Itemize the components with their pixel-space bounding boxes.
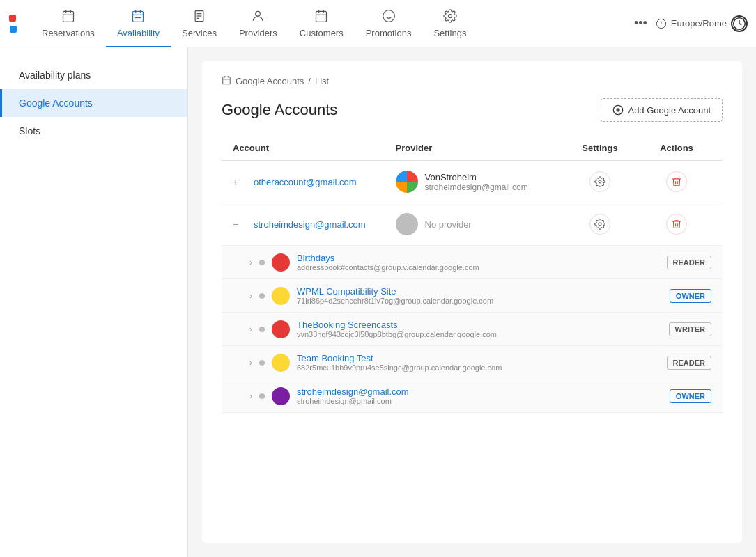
provider-name-1: VonStroheim [425,172,528,182]
sync-dot [259,293,265,299]
breadcrumb-current: List [315,76,329,86]
svg-point-20 [448,14,452,17]
nav-label-availability: Availability [117,28,160,38]
settings-button-1[interactable] [589,171,610,192]
plus-circle-icon [612,104,624,116]
page-header: Google Accounts Add Google Account [222,98,723,122]
expand-icon-1[interactable]: + [233,176,247,187]
chevron-right-icon[interactable]: › [249,291,252,301]
sidebar-item-slots[interactable]: Slots [0,117,187,145]
breadcrumb-parent[interactable]: Google Accounts [236,76,304,86]
app-logo [8,15,17,33]
chevron-right-icon[interactable]: › [249,324,252,334]
settings-button-2[interactable] [589,214,610,235]
sub-row-info: WPML Compatibility Site 71iri86p4d2sehce… [297,286,663,305]
nav-right: ••• Europe/Rome [634,15,748,32]
header-settings: Settings [558,143,642,153]
nav-label-promotions: Promotions [366,28,412,38]
calendar-color-dot [272,354,290,372]
settings-col-1 [558,171,642,192]
list-item: › TheBooking Screencasts vvn33ngf943cdjc… [222,313,723,346]
actions-col-1 [642,171,711,192]
actions-col-2 [642,214,711,235]
svg-rect-0 [63,11,73,22]
provider-avatar-1 [396,171,418,193]
content-panel: Google Accounts / List Google Accounts A… [202,61,742,543]
role-badge: OWNER [670,289,711,303]
sidebar: Availability plans Google Accounts Slots [0,47,188,557]
gear-icon [594,176,605,187]
breadcrumb: Google Accounts / List [222,75,723,87]
nav-label-reservations: Reservations [42,28,95,38]
timezone-label: Europe/Rome [671,18,727,29]
role-badge: READER [667,256,711,269]
nav-label-services: Services [182,28,217,38]
account-email-2: stroheimdesign@gmail.com [254,219,366,230]
calendar-email: addressbook#contacts@group.v.calendar.go… [297,263,660,272]
nav-item-availability[interactable]: Availability [106,0,171,47]
role-badge: OWNER [670,389,711,403]
header-actions: Actions [642,143,711,153]
list-item: › stroheimdesign@gmail.com stroheimdesig… [222,379,723,413]
table-row: + otheraccount@gmail.com VonStroheim str… [222,161,723,203]
logo-dot-blue [10,26,17,33]
table-row: − stroheimdesign@gmail.com No provider [222,203,723,246]
nav-label-customers: Customers [300,28,344,38]
top-navigation: Reservations Availability Services Provi… [0,0,756,47]
nav-item-customers[interactable]: Customers [288,0,355,47]
sidebar-item-google-accounts[interactable]: Google Accounts [0,89,187,117]
nav-item-reservations[interactable]: Reservations [31,0,106,47]
services-icon [192,9,206,25]
nav-item-services[interactable]: Services [171,0,228,47]
sidebar-item-availability-plans[interactable]: Availability plans [0,61,187,89]
svg-point-33 [599,223,601,226]
settings-col-2 [558,214,642,235]
add-google-account-button[interactable]: Add Google Account [601,98,723,122]
nav-items: Reservations Availability Services Provi… [31,0,634,47]
account-col-2: − stroheimdesign@gmail.com [233,219,396,230]
delete-button-1[interactable] [666,171,687,192]
delete-button-2[interactable] [666,214,687,235]
nav-label-settings: Settings [433,28,466,38]
gear-icon-2 [594,219,605,230]
no-provider-label: No provider [425,219,472,230]
nav-more-button[interactable]: ••• [634,16,647,31]
breadcrumb-calendar-icon [222,75,231,87]
promotions-icon [382,9,396,25]
chevron-right-icon[interactable]: › [249,391,252,401]
header-provider: Provider [396,143,559,153]
sync-dot [259,260,265,265]
trash-icon [671,176,682,187]
calendar-email: 682r5mcu1bh9v9pru4se5singc@group.calenda… [297,363,660,372]
availability-icon [131,9,145,25]
account-col-1: + otheraccount@gmail.com [233,176,396,187]
svg-rect-25 [223,77,231,84]
calendar-email: stroheimdesign@gmail.com [297,397,663,405]
nav-item-settings[interactable]: Settings [422,0,477,47]
calendar-color-dot [272,320,290,338]
breadcrumb-separator: / [308,76,311,86]
sync-dot [259,360,265,366]
sync-dot [259,327,265,332]
timezone-display: Europe/Rome [656,15,748,32]
main-layout: Availability plans Google Accounts Slots… [0,47,756,557]
customers-icon [314,9,328,25]
sub-rows: › Birthdays addressbook#contacts@group.v… [222,246,723,413]
providers-icon [251,9,265,25]
provider-col-1: VonStroheim stroheimdesign@gmail.com [396,171,559,193]
calendar-color-dot [272,253,290,272]
expand-icon-2[interactable]: − [233,219,247,230]
role-badge: READER [667,356,711,370]
account-email-1: otheraccount@gmail.com [254,177,357,187]
list-item: › WPML Compatibility Site 71iri86p4d2seh… [222,279,723,313]
clock-icon [731,15,748,32]
chevron-right-icon[interactable]: › [249,358,252,368]
chevron-right-icon[interactable]: › [249,258,252,267]
sub-row-info: TheBooking Screencasts vvn33ngf943cdjc3l… [297,320,662,338]
nav-item-providers[interactable]: Providers [228,0,288,47]
provider-info-1: VonStroheim stroheimdesign@gmail.com [425,172,528,192]
nav-item-promotions[interactable]: Promotions [355,0,423,47]
settings-icon [443,9,457,25]
svg-point-13 [256,11,261,16]
provider-email-1: stroheimdesign@gmail.com [425,182,528,192]
